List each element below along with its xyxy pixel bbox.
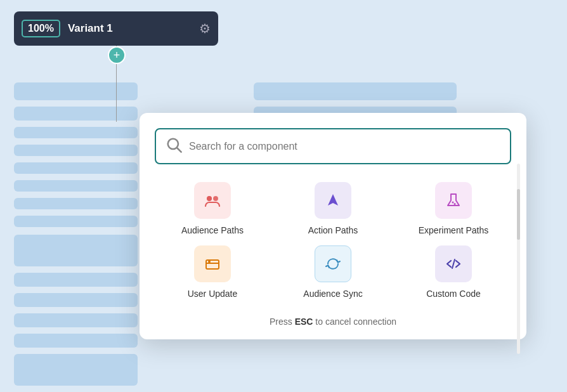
- svg-marker-6: [328, 194, 338, 206]
- bg-block-9: [14, 235, 138, 266]
- esc-hint-suffix: to cancel connection: [313, 317, 396, 327]
- scrollbar-thumb: [517, 189, 520, 240]
- audience-paths-label: Audience Paths: [181, 225, 244, 235]
- experiment-paths-icon-box: [435, 182, 472, 219]
- svg-line-13: [452, 259, 455, 268]
- action-paths-label: Action Paths: [308, 225, 358, 235]
- custom-code-label: Custom Code: [426, 289, 481, 299]
- search-bar: [155, 128, 511, 164]
- plus-icon: +: [114, 49, 121, 62]
- svg-rect-10: [206, 260, 219, 269]
- svg-point-12: [208, 261, 211, 263]
- search-input[interactable]: [189, 141, 501, 152]
- bg-block-5: [14, 162, 138, 174]
- component-item-experiment-paths[interactable]: Experiment Paths: [396, 182, 511, 235]
- bg-block-3: [14, 127, 138, 138]
- component-picker-panel: Audience Paths Action Paths Experimen: [140, 113, 526, 339]
- audience-paths-icon-box: [194, 182, 231, 219]
- audience-sync-icon-box: [315, 245, 351, 282]
- component-grid: Audience Paths Action Paths Experimen: [155, 182, 511, 299]
- experiment-paths-label: Experiment Paths: [419, 225, 489, 235]
- bg-block-6: [14, 180, 138, 192]
- bg-block-1: [14, 82, 138, 100]
- variant-bar: 100% Variant 1 ⚙: [14, 11, 218, 46]
- esc-hint-prefix: Press: [270, 317, 295, 327]
- svg-point-9: [454, 203, 456, 205]
- variant-label: Variant 1: [68, 22, 192, 35]
- add-component-button[interactable]: +: [108, 46, 126, 64]
- bg-block-4: [14, 145, 138, 156]
- bg-block-7: [14, 198, 138, 209]
- bg-block-11: [14, 293, 138, 307]
- variant-percent: 100%: [22, 20, 60, 37]
- component-item-audience-paths[interactable]: Audience Paths: [155, 182, 270, 235]
- bg-block-14: [14, 354, 138, 386]
- user-update-icon-box: [194, 245, 231, 282]
- bg-block-13: [14, 334, 138, 348]
- svg-line-1: [177, 148, 181, 152]
- user-update-label: User Update: [188, 289, 238, 299]
- esc-hint-key: ESC: [295, 317, 313, 327]
- bg-block-2: [14, 107, 138, 121]
- bg-block-r1: [254, 82, 457, 100]
- component-item-action-paths[interactable]: Action Paths: [275, 182, 391, 235]
- custom-code-icon-box: [435, 245, 472, 282]
- component-item-custom-code[interactable]: Custom Code: [396, 245, 511, 299]
- bg-block-12: [14, 313, 138, 327]
- bg-block-10: [14, 273, 138, 287]
- audience-sync-label: Audience Sync: [303, 289, 362, 299]
- component-item-user-update[interactable]: User Update: [155, 245, 270, 299]
- action-paths-icon-box: [315, 182, 351, 219]
- bg-block-8: [14, 216, 138, 227]
- svg-point-5: [214, 197, 218, 201]
- scrollbar-track[interactable]: [517, 164, 520, 354]
- esc-hint: Press ESC to cancel connection: [155, 314, 511, 327]
- svg-point-8: [452, 202, 454, 204]
- gear-icon[interactable]: ⚙: [199, 21, 211, 36]
- svg-point-4: [207, 197, 212, 201]
- component-item-audience-sync[interactable]: Audience Sync: [275, 245, 391, 299]
- search-icon: [165, 136, 183, 157]
